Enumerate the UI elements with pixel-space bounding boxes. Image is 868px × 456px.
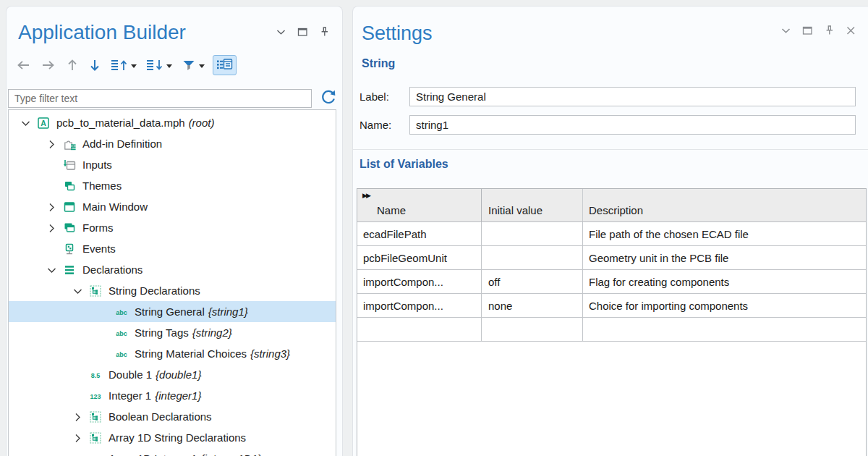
- forms-icon: [61, 221, 78, 235]
- themes-icon: [61, 180, 78, 193]
- svg-text:A: A: [41, 119, 46, 127]
- editor-tools-toggle-icon: [216, 58, 233, 72]
- tree-item-themes[interactable]: Themes: [9, 175, 336, 196]
- tree-item-inputs[interactable]: Inputs: [9, 154, 336, 175]
- variables-table: ▶▶ Name Initial value Description ecadFi…: [357, 188, 867, 456]
- label-input[interactable]: [409, 87, 856, 106]
- back-arrow-icon[interactable]: [14, 56, 33, 74]
- close-icon[interactable]: [844, 24, 857, 37]
- chevron-right-icon[interactable]: [42, 138, 61, 151]
- expand-columns-icon[interactable]: ▶▶: [362, 192, 370, 199]
- cell-name[interactable]: ecadFilePath: [357, 222, 482, 245]
- column-header-description[interactable]: Description: [583, 189, 866, 221]
- chevron-right-icon[interactable]: [68, 410, 87, 423]
- chevron-down-icon[interactable]: [42, 263, 61, 276]
- app-root-icon: A: [35, 117, 52, 130]
- string-declarations-icon: [87, 284, 104, 297]
- table-row: importCompon... off Flag for creating co…: [357, 270, 866, 294]
- right-window-controls: [779, 24, 857, 37]
- tree-item-boolean-declarations[interactable]: Boolean Declarations: [9, 406, 336, 427]
- filter-funnel-icon: [182, 58, 196, 72]
- cell-description[interactable]: Geometry unit in the PCB file: [583, 246, 866, 269]
- svg-text:123: 123: [90, 392, 101, 400]
- tree-item-string-material-choices[interactable]: abc String Material Choices {string3}: [9, 343, 336, 364]
- tree-item-string-tags[interactable]: abc String Tags {string2}: [9, 322, 336, 343]
- cell-initial-value[interactable]: off: [482, 270, 583, 293]
- chevron-down-icon[interactable]: [16, 117, 35, 130]
- svg-text:8.5: 8.5: [91, 371, 101, 379]
- collapse-list-icon: [146, 58, 163, 72]
- cell-initial-value[interactable]: [482, 246, 583, 269]
- tree-item-integer-1[interactable]: 123 Integer 1 {integer1}: [9, 385, 336, 406]
- abc-string-icon: abc: [113, 347, 130, 360]
- model-tree: A pcb_to_material_data.mph (root) Add-in…: [8, 109, 336, 456]
- tree-item-forms[interactable]: Forms: [9, 217, 336, 238]
- tree-item-events[interactable]: Events: [9, 238, 336, 259]
- settings-panel: Settings String Label: Name: List of Var…: [352, 6, 868, 456]
- chevron-right-icon[interactable]: [42, 200, 61, 214]
- pin-icon[interactable]: [318, 25, 331, 38]
- filter-button[interactable]: [180, 56, 206, 74]
- cell-name[interactable]: [357, 318, 482, 341]
- list-of-variables-title: List of Variables: [359, 158, 448, 171]
- variables-table-header: ▶▶ Name Initial value Description: [357, 189, 866, 222]
- cell-name[interactable]: importCompon...: [357, 270, 482, 293]
- cell-description[interactable]: Flag for creating components: [583, 270, 866, 293]
- filter-input[interactable]: [8, 89, 312, 108]
- tree-item-array-1d-string-declarations[interactable]: Array 1D String Declarations: [9, 427, 336, 448]
- application-builder-panel: Application Builder: [6, 6, 343, 456]
- declarations-icon: [61, 263, 78, 276]
- editor-tools-toggle-button[interactable]: [213, 55, 237, 75]
- table-row: [357, 318, 866, 342]
- table-row: pcbFileGeomUnit Geometry unit in the PCB…: [357, 246, 866, 270]
- maximize-icon[interactable]: [296, 25, 309, 38]
- inputs-icon: [61, 159, 78, 172]
- chevron-down-icon[interactable]: [274, 25, 287, 38]
- name-field-row: Name:: [359, 115, 856, 135]
- cell-description[interactable]: File path of the chosen ECAD file: [583, 222, 866, 245]
- chevron-right-icon[interactable]: [42, 221, 61, 235]
- move-up-arrow-icon[interactable]: [64, 56, 80, 74]
- addin-definition-icon: [61, 138, 78, 151]
- chevron-right-icon[interactable]: [68, 431, 87, 444]
- tree-item-root[interactable]: A pcb_to_material_data.mph (root): [9, 112, 336, 133]
- svg-text:abc: abc: [116, 350, 127, 358]
- cell-name[interactable]: importCompon...: [357, 294, 482, 317]
- cell-description[interactable]: Choice for importing components: [583, 294, 866, 317]
- tree-item-main-window[interactable]: Main Window: [9, 196, 336, 217]
- panel-title: Application Builder: [18, 21, 186, 44]
- maximize-icon[interactable]: [801, 24, 814, 37]
- forward-arrow-icon[interactable]: [39, 56, 58, 74]
- cell-initial-value[interactable]: [482, 318, 583, 341]
- tree-item-declarations[interactable]: Declarations: [9, 259, 336, 280]
- tree-item-double-1[interactable]: 8.5 Double 1 {double1}: [9, 364, 336, 385]
- array-declarations-icon: [87, 431, 104, 444]
- cell-name[interactable]: pcbFileGeomUnit: [357, 246, 482, 269]
- cell-description[interactable]: [583, 318, 866, 341]
- cell-initial-value[interactable]: none: [482, 294, 583, 317]
- refresh-icon[interactable]: [319, 88, 336, 109]
- tree-item-array-1d-integer-1[interactable]: 123 Array 1D Integer 1 {integer1D1}: [9, 448, 336, 456]
- tree-item-addin-definition[interactable]: Add-in Definition: [9, 133, 336, 154]
- abc-string-icon: abc: [113, 305, 130, 318]
- pin-icon[interactable]: [822, 24, 835, 37]
- tree-item-string-declarations[interactable]: String Declarations: [9, 280, 336, 301]
- move-down-arrow-icon[interactable]: [87, 56, 103, 74]
- dropdown-caret-icon: [199, 64, 205, 68]
- tree-item-string-general[interactable]: abc String General {string1}: [9, 301, 336, 322]
- chevron-down-icon[interactable]: [68, 284, 87, 297]
- chevron-down-icon[interactable]: [779, 24, 792, 37]
- filter-row: [8, 88, 339, 109]
- column-header-name[interactable]: Name: [357, 189, 482, 221]
- column-header-initial-value[interactable]: Initial value: [482, 189, 583, 221]
- integer-number-icon: 123: [87, 389, 104, 402]
- cell-initial-value[interactable]: [482, 222, 583, 245]
- left-window-controls: [274, 25, 331, 38]
- boolean-declarations-icon: [87, 410, 104, 423]
- collapse-list-button[interactable]: [145, 56, 174, 74]
- expand-list-button[interactable]: [109, 56, 138, 74]
- section-divider: [353, 149, 868, 150]
- svg-text:abc: abc: [116, 329, 127, 337]
- name-input[interactable]: [409, 115, 856, 135]
- dropdown-caret-icon: [131, 64, 137, 68]
